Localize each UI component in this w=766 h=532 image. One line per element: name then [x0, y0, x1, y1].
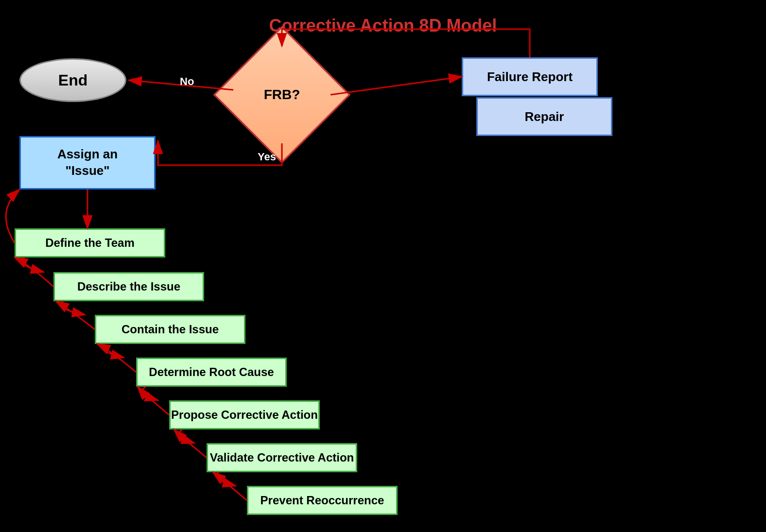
end-node: End	[19, 58, 126, 102]
propose-action-node: Propose Corrective Action	[169, 400, 320, 429]
validate-action-node: Validate Corrective Action	[207, 443, 357, 472]
root-cause-node: Determine Root Cause	[136, 358, 287, 387]
prevent-reoccurrence-node: Prevent Reoccurrence	[247, 486, 398, 515]
assign-issue-node: Assign an"Issue"	[19, 136, 156, 189]
define-team-node: Define the Team	[15, 228, 165, 257]
diagram-container: Corrective Action 8D Model End FRB? Fail…	[0, 0, 766, 532]
svg-text:No: No	[180, 75, 194, 87]
contain-issue-node: Contain the Issue	[95, 315, 245, 344]
diagram-title: Corrective Action 8D Model	[269, 16, 497, 36]
describe-issue-node: Describe the Issue	[53, 272, 204, 301]
failure-report-node: Failure Report	[462, 57, 598, 96]
frb-diamond: FRB?	[233, 46, 331, 143]
repair-node: Repair	[476, 97, 612, 136]
